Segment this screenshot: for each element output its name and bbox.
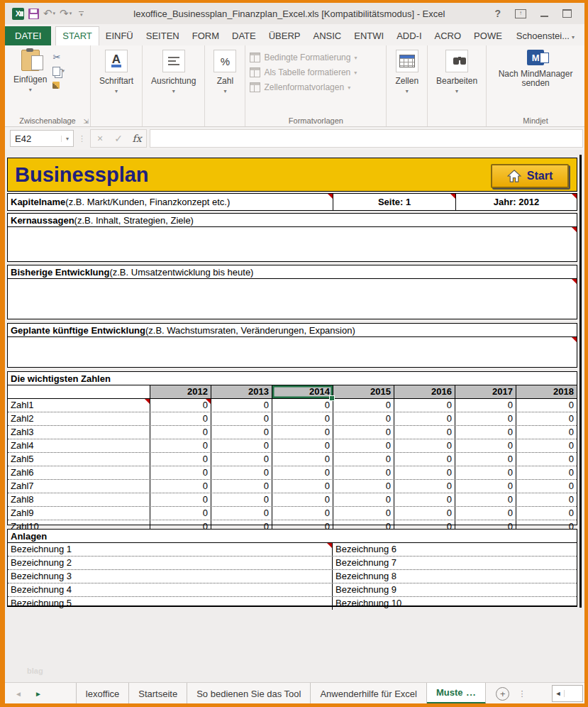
anlage-right-cell[interactable]: Bezeichnung 8 bbox=[333, 570, 577, 583]
year-header-2017[interactable]: 2017 bbox=[455, 385, 516, 398]
value-cell[interactable]: 0 bbox=[394, 412, 455, 425]
account-menu[interactable]: Schoenstei...▾ bbox=[510, 27, 584, 45]
value-cell[interactable]: 0 bbox=[333, 453, 394, 466]
value-cell[interactable]: 0 bbox=[333, 412, 394, 425]
mindmanager-button[interactable]: M Nach MindManagersenden bbox=[494, 48, 577, 89]
value-cell[interactable]: 0 bbox=[150, 439, 211, 452]
value-cell[interactable]: 0 bbox=[333, 426, 394, 439]
enter-icon[interactable]: ✓ bbox=[109, 133, 128, 144]
value-cell[interactable]: 0 bbox=[516, 507, 577, 520]
minimize-icon[interactable] bbox=[540, 16, 548, 17]
year-header-2013[interactable]: 2013 bbox=[211, 385, 272, 398]
geplante-input-area[interactable] bbox=[8, 337, 577, 368]
sheet-nav-right-icon[interactable]: ► bbox=[35, 690, 42, 698]
value-cell[interactable]: 0 bbox=[272, 426, 333, 439]
ribbon-tab-start[interactable]: START bbox=[55, 26, 99, 45]
formula-input[interactable] bbox=[150, 129, 583, 148]
save-icon[interactable] bbox=[28, 9, 39, 19]
value-cell[interactable]: 0 bbox=[455, 439, 516, 452]
anlage-right-cell[interactable]: Bezeichnung 7 bbox=[333, 557, 577, 569]
value-cell[interactable]: 0 bbox=[211, 439, 272, 452]
row-label-zahl1[interactable]: Zahl1 bbox=[8, 399, 150, 412]
bisherige-input-area[interactable] bbox=[8, 279, 577, 319]
value-cell[interactable]: 0 bbox=[150, 426, 211, 439]
value-cell[interactable]: 0 bbox=[455, 466, 516, 479]
row-label-zahl5[interactable]: Zahl5 bbox=[8, 453, 150, 466]
value-cell[interactable]: 0 bbox=[455, 507, 516, 520]
value-cell[interactable]: 0 bbox=[394, 466, 455, 479]
value-cell[interactable]: 0 bbox=[394, 399, 455, 412]
anlage-right-cell[interactable]: Bezeichnung 9 bbox=[333, 583, 577, 596]
sheet-tab-anwenderhilfe-für-excel[interactable]: Anwenderhilfe für Excel bbox=[311, 683, 427, 704]
selection-fill-handle[interactable] bbox=[329, 395, 335, 401]
value-cell[interactable]: 0 bbox=[516, 399, 577, 412]
value-cell[interactable]: 0 bbox=[394, 453, 455, 466]
value-cell[interactable]: 0 bbox=[516, 426, 577, 439]
copy-button[interactable]: ▾ bbox=[52, 65, 65, 77]
value-cell[interactable]: 0 bbox=[333, 466, 394, 479]
row-label-zahl2[interactable]: Zahl2 bbox=[8, 412, 150, 425]
name-box-dropdown-icon[interactable]: ▾ bbox=[61, 136, 73, 142]
cells-menu-button[interactable]: Zellen ▾ bbox=[391, 48, 423, 96]
value-cell[interactable]: 0 bbox=[455, 493, 516, 506]
cell-jahr[interactable]: Jahr: 2012 bbox=[455, 194, 577, 210]
row-label-zahl3[interactable]: Zahl3 bbox=[8, 426, 150, 439]
ribbon-tab-add-i[interactable]: ADD-I bbox=[390, 27, 428, 45]
sheet-tab-so-bedienen-sie-das-tool[interactable]: So bedienen Sie das Tool bbox=[187, 683, 311, 704]
ribbon-tab-form[interactable]: FORM bbox=[186, 27, 226, 45]
value-cell[interactable]: 0 bbox=[272, 399, 333, 412]
value-cell[interactable]: 0 bbox=[394, 493, 455, 506]
editing-menu-button[interactable]: Bearbeiten ▾ bbox=[432, 48, 482, 96]
ribbon-display-icon[interactable]: ↑ bbox=[515, 9, 526, 18]
paste-dropdown-caret[interactable]: ▾ bbox=[29, 87, 32, 93]
customize-qat-icon[interactable]: ▾ bbox=[79, 11, 84, 16]
ribbon-tab-datei[interactable]: DATEI bbox=[5, 26, 51, 45]
anlage-left-cell[interactable]: Bezeichnung 3 bbox=[8, 570, 333, 583]
row-label-zahl4[interactable]: Zahl4 bbox=[8, 439, 150, 452]
value-cell[interactable]: 0 bbox=[455, 453, 516, 466]
format-painter-button[interactable] bbox=[52, 80, 65, 91]
year-header-2012[interactable]: 2012 bbox=[150, 385, 211, 398]
value-cell[interactable]: 0 bbox=[516, 466, 577, 479]
value-cell[interactable]: 0 bbox=[394, 439, 455, 452]
value-cell[interactable]: 0 bbox=[516, 439, 577, 452]
cell-seite[interactable]: Seite: 1 bbox=[333, 194, 455, 210]
row-label-zahl9[interactable]: Zahl9 bbox=[8, 507, 150, 520]
ribbon-tab-überp[interactable]: ÜBERP bbox=[262, 27, 307, 45]
value-cell[interactable]: 0 bbox=[455, 426, 516, 439]
sheet-tab-lexoffice[interactable]: lexoffice bbox=[76, 683, 129, 704]
year-header-2016[interactable]: 2016 bbox=[394, 385, 455, 398]
value-cell[interactable]: 0 bbox=[211, 399, 272, 412]
value-cell[interactable]: 0 bbox=[150, 453, 211, 466]
value-cell[interactable]: 0 bbox=[516, 412, 577, 425]
cut-button[interactable]: ✂ bbox=[52, 51, 65, 62]
value-cell[interactable]: 0 bbox=[333, 507, 394, 520]
ribbon-tab-powe[interactable]: POWE bbox=[467, 27, 509, 45]
year-header-2014[interactable]: 2014 bbox=[272, 385, 333, 398]
ribbon-tab-acro[interactable]: ACRO bbox=[428, 27, 468, 45]
ribbon-tab-ansic[interactable]: ANSIC bbox=[307, 27, 348, 45]
value-cell[interactable]: 0 bbox=[211, 507, 272, 520]
value-cell[interactable]: 0 bbox=[150, 507, 211, 520]
value-cell[interactable]: 0 bbox=[333, 493, 394, 506]
anlage-left-cell[interactable]: Bezeichnung 1 bbox=[8, 543, 333, 556]
ribbon-tab-entwi[interactable]: ENTWI bbox=[348, 27, 390, 45]
value-cell[interactable]: 0 bbox=[150, 399, 211, 412]
value-cell[interactable]: 0 bbox=[272, 412, 333, 425]
year-header-2018[interactable]: 2018 bbox=[516, 385, 577, 398]
sheet-tab-active[interactable]: Muste... bbox=[427, 683, 486, 704]
cell-kapitelname[interactable]: Kapitelname (z.B. Markt/Kunden, Finanzko… bbox=[8, 194, 333, 210]
ribbon-tab-einfü[interactable]: EINFÜ bbox=[99, 27, 140, 45]
row-label-zahl7[interactable]: Zahl7 bbox=[8, 480, 150, 493]
scroll-left-icon[interactable]: ◄ bbox=[553, 690, 565, 697]
kernaussagen-input-area[interactable] bbox=[8, 227, 577, 262]
number-menu-button[interactable]: % Zahl ▾ bbox=[209, 48, 240, 96]
value-cell[interactable]: 0 bbox=[211, 466, 272, 479]
horizontal-scrollbar[interactable]: ◄ bbox=[552, 685, 583, 702]
value-cell[interactable]: 0 bbox=[211, 412, 272, 425]
cancel-icon[interactable]: × bbox=[91, 133, 109, 144]
font-menu-button[interactable]: A Schriftart ▾ bbox=[95, 48, 138, 96]
ribbon-tab-seiten[interactable]: SEITEN bbox=[140, 27, 186, 45]
value-cell[interactable]: 0 bbox=[211, 480, 272, 493]
value-cell[interactable]: 0 bbox=[150, 466, 211, 479]
